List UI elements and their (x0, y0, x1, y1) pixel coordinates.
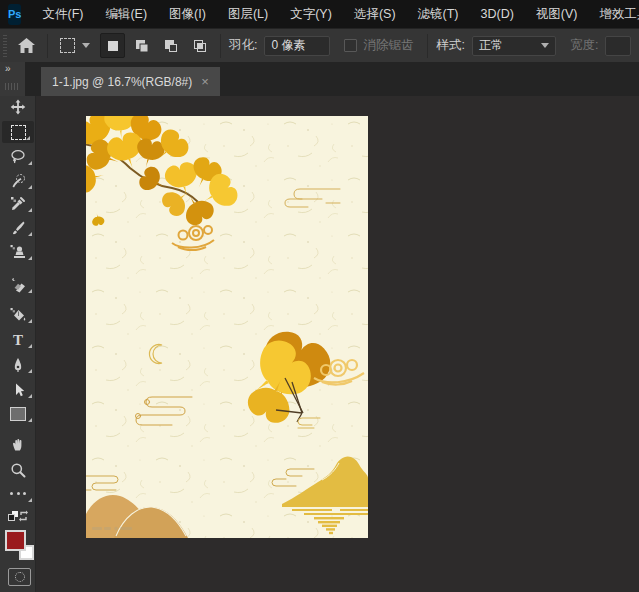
workspace: T (0, 96, 639, 592)
subtract-selection-icon (163, 38, 179, 54)
clone-stamp-tool[interactable] (0, 241, 36, 263)
style-select[interactable]: 正常 (472, 36, 556, 56)
tool-preset-picker[interactable] (56, 38, 94, 53)
tools-panel: T (0, 96, 36, 592)
selection-mode-buttons (100, 33, 212, 58)
options-bar: 羽化: 0 像素 消除锯齿 样式: 正常 宽度: (0, 28, 639, 62)
antialias-checkbox[interactable] (344, 39, 357, 52)
menu-type[interactable]: 文字(Y) (279, 0, 343, 28)
marquee-icon (11, 125, 26, 140)
menu-edit[interactable]: 编辑(E) (94, 0, 158, 28)
tools-panel-grip[interactable] (5, 83, 20, 90)
brush-icon (10, 220, 26, 236)
collapse-panel-button[interactable]: » (5, 63, 10, 74)
width-label: 宽度: (570, 37, 598, 54)
home-button[interactable] (13, 38, 39, 53)
lasso-tool[interactable] (0, 146, 36, 168)
quick-mask-mode-button[interactable] (8, 568, 31, 586)
menu-file[interactable]: 文件(F) (31, 0, 94, 28)
type-tool[interactable]: T (0, 329, 36, 351)
add-to-selection-button[interactable] (129, 33, 154, 58)
quick-selection-icon (10, 173, 26, 189)
document-tab-strip: » 1-1.jpg @ 16.7%(RGB/8#) × (0, 62, 639, 96)
document-tab[interactable]: 1-1.jpg @ 16.7%(RGB/8#) × (41, 67, 220, 96)
intersect-selection-icon (192, 38, 208, 54)
divider (220, 34, 221, 58)
magnifier-icon (10, 462, 26, 478)
edit-toolbar-button[interactable] (0, 483, 36, 505)
eyedropper-tool[interactable] (0, 193, 36, 215)
selection-arrow-icon (10, 382, 26, 398)
marquee-preset-icon (60, 38, 75, 53)
intersect-selection-button[interactable] (187, 33, 212, 58)
new-selection-icon (105, 38, 121, 54)
new-selection-button[interactable] (100, 33, 125, 58)
document-canvas[interactable] (86, 116, 368, 538)
path-selection-tool[interactable] (0, 379, 36, 401)
chevron-down-icon (541, 43, 549, 48)
type-icon: T (13, 333, 23, 348)
swap-colors-icon (7, 509, 29, 525)
pen-tool[interactable] (0, 354, 36, 376)
brush-tool[interactable] (0, 217, 36, 239)
menu-3d[interactable]: 3D(D) (470, 0, 525, 28)
home-icon (18, 38, 35, 53)
add-selection-icon (134, 38, 150, 54)
eraser-tool[interactable] (0, 274, 36, 296)
paint-bucket-tool[interactable] (0, 304, 36, 326)
width-input[interactable] (605, 36, 631, 56)
eyedropper-icon (10, 196, 26, 212)
menu-image[interactable]: 图像(I) (158, 0, 217, 28)
close-tab-icon[interactable]: × (201, 75, 209, 88)
ginkgo-poster-artwork (86, 116, 368, 538)
menu-view[interactable]: 视图(V) (525, 0, 589, 28)
feather-input[interactable]: 0 像素 (264, 36, 330, 56)
document-tab-label: 1-1.jpg @ 16.7%(RGB/8#) (52, 75, 192, 89)
tools-panel-header: » (0, 62, 25, 96)
antialias-label: 消除锯齿 (363, 37, 413, 54)
menu-select[interactable]: 选择(S) (343, 0, 407, 28)
lasso-icon (10, 149, 26, 165)
feather-label: 羽化: (229, 37, 257, 54)
menu-layer[interactable]: 图层(L) (217, 0, 279, 28)
menu-plugins[interactable]: 增效工具 (589, 0, 639, 28)
chevron-down-icon (82, 43, 90, 48)
foreground-color-swatch[interactable] (5, 530, 26, 551)
divider (427, 34, 428, 58)
eraser-icon (10, 277, 26, 293)
menu-filter[interactable]: 滤镜(T) (407, 0, 470, 28)
divider (47, 34, 48, 58)
clone-stamp-icon (10, 244, 26, 260)
hand-icon (10, 436, 26, 452)
subtract-from-selection-button[interactable] (158, 33, 183, 58)
rectangle-tool[interactable] (0, 403, 36, 425)
move-tool[interactable] (0, 96, 36, 118)
style-value: 正常 (479, 37, 503, 54)
quick-mask-icon (15, 572, 25, 582)
style-label: 样式: (436, 37, 464, 54)
options-bar-grip[interactable] (3, 35, 7, 57)
quick-selection-tool[interactable] (0, 170, 36, 192)
photoshop-logo: Ps (8, 4, 21, 25)
rectangular-marquee-tool[interactable] (2, 121, 34, 143)
move-icon (10, 99, 26, 115)
default-and-swap-colors[interactable] (0, 506, 36, 528)
hand-tool[interactable] (0, 433, 36, 455)
rectangle-icon (10, 407, 26, 421)
tab-strip-gap (25, 62, 41, 96)
ellipsis-icon (10, 492, 26, 496)
pen-icon (10, 357, 26, 373)
menu-bar: Ps 文件(F) 编辑(E) 图像(I) 图层(L) 文字(Y) 选择(S) 滤… (0, 0, 639, 28)
zoom-tool[interactable] (0, 459, 36, 481)
paint-bucket-icon (10, 307, 26, 323)
